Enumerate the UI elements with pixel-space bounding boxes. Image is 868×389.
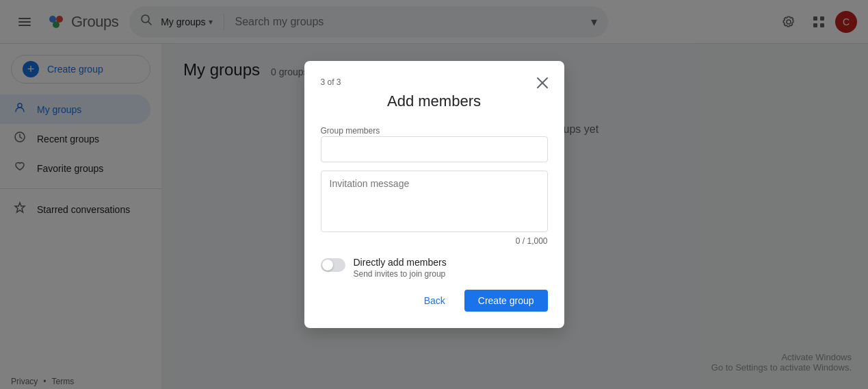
add-members-dialog: 3 of 3 Add members Group members 0 / 1,0… [304,61,564,328]
toggle-thumb [322,260,333,271]
dialog-title: Add members [321,92,548,110]
close-button[interactable] [531,72,553,94]
group-members-input[interactable] [321,136,548,162]
toggle-labels: Directly add members Send invites to joi… [354,257,447,279]
dialog-step: 3 of 3 [321,77,548,87]
back-button[interactable]: Back [410,290,459,312]
directly-add-label: Directly add members [354,257,447,268]
invitation-message-input[interactable] [321,171,548,232]
directly-add-toggle[interactable] [321,258,345,272]
group-members-label: Group members [321,126,380,136]
directly-add-toggle-row: Directly add members Send invites to joi… [321,257,548,279]
dialog-overlay[interactable]: 3 of 3 Add members Group members 0 / 1,0… [0,0,868,389]
dialog-actions: Back Create group [321,290,548,312]
send-invites-label: Send invites to join group [354,269,447,279]
char-count: 0 / 1,000 [321,236,548,246]
create-group-button[interactable]: Create group [464,290,548,312]
